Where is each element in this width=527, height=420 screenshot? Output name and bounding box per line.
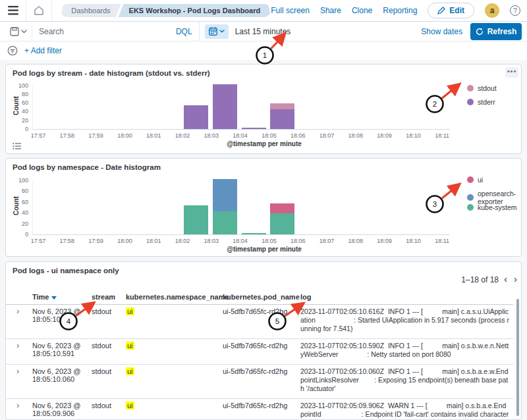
- nav-divider: [26, 0, 26, 21]
- expand-row-icon[interactable]: ›: [16, 339, 32, 353]
- add-filter-button[interactable]: + Add filter: [24, 46, 62, 55]
- expand-row-icon[interactable]: ›: [16, 305, 32, 319]
- legend-label: ui: [478, 176, 483, 184]
- cell-pod-name: ui-5dfb7d65fc-rd2hg: [223, 305, 300, 318]
- highlighted-namespace: ui: [126, 307, 134, 315]
- saved-query-menu-button[interactable]: [5, 22, 32, 41]
- cell-time: Nov 6, 2023 @ 18:05:10.060: [32, 365, 92, 386]
- cell-stream: stdout: [92, 399, 126, 412]
- time-range-value[interactable]: Last 15 minutes: [229, 27, 298, 36]
- legend-dot-icon: [467, 85, 474, 92]
- expand-row-icon[interactable]: ›: [16, 399, 32, 413]
- cell-log: 2023-11-07T02:05:10.616Z INFO 1 --- [ ma…: [300, 305, 513, 338]
- reporting-link[interactable]: Reporting: [383, 6, 417, 15]
- cell-log: 2023-11-07T02:05:09.906Z WARN 1 --- [ ma…: [300, 399, 513, 420]
- bar-segment-stderr: [213, 84, 237, 129]
- cell-time: Nov 6, 2023 @ 18:05:10.616: [32, 305, 92, 326]
- stream-histogram-chart[interactable]: 020406080100Count17:5717:5817:5918:0018:…: [6, 65, 522, 155]
- panel-pod-logs-by-stream: Pod logs by stream - date histogram (std…: [5, 64, 522, 154]
- expand-row-icon[interactable]: ›: [16, 365, 32, 379]
- saved-query-icon: [10, 27, 19, 36]
- cell-stream: stdout: [92, 365, 126, 378]
- legend-item-kube-system[interactable]: kube-system: [467, 203, 517, 211]
- highlighted-namespace: ui: [126, 342, 134, 350]
- legend-item-stdout[interactable]: stdout: [467, 84, 497, 92]
- highlighted-namespace: ui: [126, 402, 134, 409]
- pagination-prev-icon[interactable]: ‹: [504, 273, 507, 286]
- legend-dot-icon: [467, 99, 474, 105]
- column-header-time[interactable]: Time: [32, 290, 92, 304]
- top-navigation-bar: Dashboards EKS Workshop - Pod Logs Dashb…: [0, 0, 527, 22]
- pagination-range: 1–18 of 18: [461, 275, 499, 284]
- table-header-row: Timestreamkubernetes.namespace_namekuber…: [6, 290, 513, 305]
- refresh-icon: [476, 28, 484, 36]
- edit-button[interactable]: Edit: [428, 3, 474, 18]
- filter-options-icon[interactable]: [7, 45, 18, 57]
- cell-namespace: ui: [126, 305, 223, 318]
- column-header-stream[interactable]: stream: [92, 290, 126, 304]
- bar-segment-ui: [270, 203, 294, 213]
- column-header-kubernetes-pod-name[interactable]: kubernetes.pod_name: [223, 290, 300, 304]
- column-header-kubernetes-namespace-name[interactable]: kubernetes.namespace_name: [126, 290, 223, 304]
- user-avatar[interactable]: a: [485, 3, 499, 18]
- breadcrumb-dashboards[interactable]: Dashboards: [61, 4, 121, 17]
- bar-segment-stdout: [270, 103, 294, 109]
- y-axis-label: Count: [13, 96, 20, 115]
- calendar-icon: [209, 27, 217, 36]
- x-axis-label: @timestamp per minute: [6, 246, 522, 253]
- highlighted-namespace: ui: [126, 367, 134, 375]
- dql-toggle[interactable]: DQL: [169, 22, 200, 41]
- cell-namespace: ui: [126, 339, 223, 352]
- legend-item-ui[interactable]: ui: [467, 176, 483, 184]
- table-row: ›Nov 6, 2023 @ 18:05:10.616stdoutuiui-5d…: [6, 305, 513, 339]
- refresh-button[interactable]: Refresh: [470, 23, 522, 40]
- cell-stream: stdout: [92, 339, 126, 352]
- search-input[interactable]: [32, 27, 169, 36]
- bar-segment-stderr: [242, 128, 266, 129]
- legend-dot-icon: [467, 194, 474, 201]
- panel-pod-logs-by-namespace: Pod logs by namespace - Date histogram 0…: [5, 158, 522, 257]
- sort-desc-icon[interactable]: [51, 296, 57, 300]
- cell-log: 2023-11-07T02:05:10.590Z INFO 1 --- [ ma…: [300, 339, 513, 364]
- namespace-histogram-chart[interactable]: 020406080100Count17:5717:5817:5918:0018:…: [6, 159, 522, 257]
- cell-time: Nov 6, 2023 @ 18:05:09.906: [32, 399, 92, 420]
- share-link[interactable]: Share: [320, 6, 341, 15]
- legend-label: kube-system: [478, 203, 517, 211]
- cell-pod-name: ui-5dfb7d65fc-rd2hg: [223, 339, 300, 352]
- table-row: ›Nov 6, 2023 @ 18:05:10.060stdoutuiui-5d…: [6, 365, 513, 399]
- panel-pod-logs-table: Pod logs - ui namespace only 1–18 of 18 …: [5, 261, 522, 420]
- bar-segment-kube-system: [242, 233, 266, 234]
- panel-title: Pod logs - ui namespace only: [6, 262, 521, 275]
- cell-log: 2023-11-07T02:05:10.060Z INFO 1 --- [ ma…: [300, 365, 513, 398]
- column-header-log[interactable]: log: [300, 290, 513, 304]
- date-picker-button[interactable]: [205, 24, 229, 39]
- home-icon[interactable]: [32, 3, 45, 18]
- table-scrollbar[interactable]: [516, 299, 519, 416]
- y-axis-label: Count: [13, 196, 20, 215]
- filter-bar: + Add filter: [0, 41, 527, 60]
- show-dates-link[interactable]: Show dates: [421, 27, 462, 36]
- legend-label: stderr: [478, 98, 495, 106]
- help-icon[interactable]: ?: [510, 5, 520, 16]
- cell-time: Nov 6, 2023 @ 18:05:10.591: [32, 339, 92, 360]
- cell-namespace: ui: [126, 399, 223, 412]
- x-axis-label: @timestamp per minute: [6, 140, 522, 147]
- table-row: ›Nov 6, 2023 @ 18:05:09.906stdoutuiui-5d…: [6, 399, 513, 420]
- bar-segment-stderr: [184, 105, 208, 129]
- legend-label: stdout: [478, 84, 497, 92]
- pagination-next-icon[interactable]: ›: [514, 273, 517, 286]
- full-screen-link[interactable]: Full screen: [271, 6, 310, 15]
- chevron-down-icon: [219, 30, 225, 33]
- legend-item-stderr[interactable]: stderr: [467, 98, 495, 106]
- breadcrumb: Dashboards EKS Workshop - Pod Logs Dashb…: [61, 4, 271, 17]
- refresh-button-label: Refresh: [487, 27, 517, 36]
- log-table: Timestreamkubernetes.namespace_namekuber…: [6, 290, 513, 420]
- legend-dot-icon: [467, 176, 474, 183]
- clone-link[interactable]: Clone: [352, 6, 372, 15]
- cell-pod-name: ui-5dfb7d65fc-rd2hg: [223, 365, 300, 378]
- breadcrumb-current-dashboard: EKS Workshop - Pod Logs Dashboard: [119, 4, 271, 17]
- edit-button-label: Edit: [449, 6, 464, 15]
- menu-hamburger-icon[interactable]: [7, 3, 20, 18]
- cell-namespace: ui: [126, 365, 223, 378]
- pencil-icon: [437, 7, 445, 14]
